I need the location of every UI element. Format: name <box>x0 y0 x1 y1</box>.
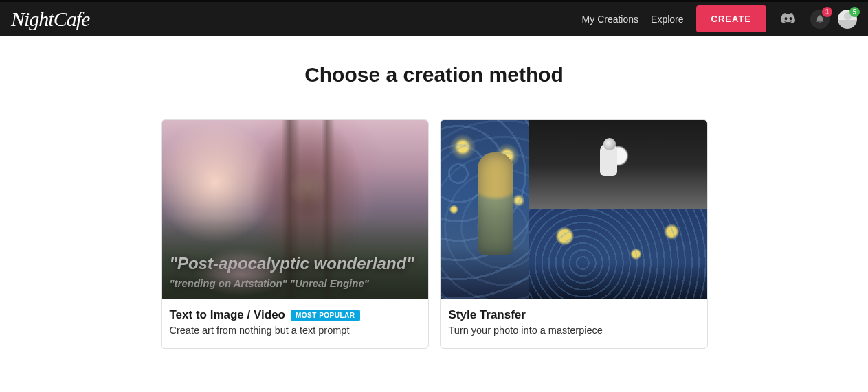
card-style-transfer[interactable]: Style Transfer Turn your photo into a ma… <box>440 119 708 349</box>
page-title: Choose a creation method <box>14 63 854 87</box>
card-title: Style Transfer <box>449 308 526 322</box>
discord-icon <box>780 11 797 27</box>
overlay-main-text: "Post-apocalyptic wonderland" <box>170 254 420 273</box>
overlay-sub-text: "trending on Artstation" "Unreal Engine" <box>170 277 420 289</box>
overlay-caption: "Post-apocalyptic wonderland" "trending … <box>170 254 420 289</box>
credits-badge: 5 <box>849 7 860 17</box>
style-result-art <box>441 120 529 299</box>
notification-badge: 1 <box>822 7 832 17</box>
card-title-row: Text to Image / Video MOST POPULAR <box>170 308 420 322</box>
header: NightCafe My Creations Explore CREATE 1 … <box>0 0 868 36</box>
create-button[interactable]: CREATE <box>696 5 766 32</box>
logo[interactable]: NightCafe <box>11 8 89 31</box>
avatar[interactable]: 5 <box>838 10 857 29</box>
card-title: Text to Image / Video <box>170 308 285 322</box>
nav-explore[interactable]: Explore <box>651 14 683 25</box>
card-description: Create art from nothing but a text promp… <box>170 325 420 336</box>
style-moon-photo <box>529 120 707 209</box>
card-text-to-image[interactable]: "Post-apocalyptic wonderland" "trending … <box>161 119 429 349</box>
card-body: Style Transfer Turn your photo into a ma… <box>441 299 707 348</box>
card-image-style <box>441 120 707 299</box>
header-right: My Creations Explore CREATE 1 5 <box>582 5 857 32</box>
most-popular-badge: MOST POPULAR <box>291 310 360 321</box>
card-image-t2i: "Post-apocalyptic wonderland" "trending … <box>162 120 428 299</box>
nav-my-creations[interactable]: My Creations <box>582 14 638 25</box>
card-title-row: Style Transfer <box>449 308 699 322</box>
card-description: Turn your photo into a masterpiece <box>449 325 699 336</box>
style-reference-art <box>529 209 707 299</box>
main: Choose a creation method "Post-apocalypt… <box>0 36 868 376</box>
cards-container: "Post-apocalyptic wonderland" "trending … <box>81 119 788 349</box>
notifications-button[interactable]: 1 <box>810 10 830 29</box>
card-body: Text to Image / Video MOST POPULAR Creat… <box>162 299 428 348</box>
discord-button[interactable] <box>779 10 798 29</box>
